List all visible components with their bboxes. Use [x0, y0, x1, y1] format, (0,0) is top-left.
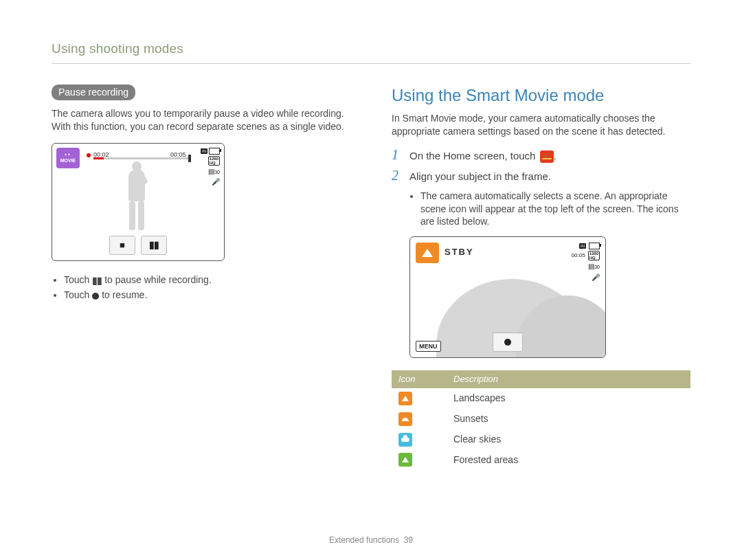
storage-in-icon: IN	[201, 148, 207, 154]
smart-movie-intro: In Smart Movie mode, your camera automat…	[392, 112, 690, 138]
menu-button[interactable]: MENU	[416, 341, 441, 352]
row-label-sunsets: Sunsets	[447, 408, 690, 429]
row-label-landscapes: Landscapes	[447, 388, 690, 408]
smart-movie-app-icon: ••	[540, 150, 554, 163]
forested-areas-icon	[398, 453, 412, 467]
resolution-icon-2: 1280 HQ	[588, 251, 600, 260]
pause-button[interactable]: ▮▮	[141, 236, 167, 255]
movie-chip-label: MOVIE	[60, 157, 76, 164]
right-column: Using the Smart Movie mode In Smart Movi…	[392, 85, 690, 469]
table-head-description: Description	[447, 370, 690, 388]
battery-icon	[209, 148, 220, 155]
progress-bar	[93, 157, 190, 159]
record-button[interactable]	[493, 333, 523, 352]
memory-card-icon: ▤30	[208, 167, 220, 177]
smart-movie-screen-illustration: STBY IN 00:05 1280 HQ ▤30 🎤	[409, 236, 606, 358]
landscape-scene-icon	[416, 243, 439, 263]
row-label-clear-skies: Clear skies	[447, 429, 690, 450]
left-column: Pause recording The camera allows you to…	[52, 85, 350, 469]
step-2: 2 Align your subject in the frame.	[392, 168, 690, 183]
page-header: Using shooting modes	[52, 41, 690, 56]
row-label-forested: Forested areas	[447, 450, 690, 470]
sunset-icon	[398, 412, 412, 426]
resolution-icon: 1280 HQ	[208, 156, 220, 166]
pause-recording-pill: Pause recording	[52, 85, 135, 100]
table-row: Forested areas	[392, 450, 690, 470]
microphone-icon: 🎤	[212, 177, 220, 187]
steps-list: 1 On the Home screen, touch ••. 2 Align …	[392, 148, 690, 184]
bullet-pause: Touch ▮▮ to pause while recording.	[64, 273, 350, 287]
movie-chip-dots: ••	[65, 152, 71, 157]
step-number-1: 1	[392, 148, 403, 161]
standby-label: STBY	[445, 246, 474, 258]
step2-sub-bullets: The camera automatically selects a scene…	[392, 190, 690, 229]
clear-skies-icon	[398, 433, 412, 447]
recording-screen-illustration: •• MOVIE 00:02 00:05 IN 1280 HQ ▤30	[52, 143, 225, 261]
pause-icon: ▮▮	[92, 274, 102, 287]
header-rule	[52, 63, 690, 64]
page-footer: Extended functions 39	[0, 535, 742, 545]
content-columns: Pause recording The camera allows you to…	[52, 85, 690, 469]
movie-mode-chip: •• MOVIE	[56, 148, 80, 168]
step-1: 1 On the Home screen, touch ••.	[392, 148, 690, 163]
progress-fill	[93, 157, 104, 159]
table-row: Landscapes	[392, 388, 690, 408]
status-icons-column: IN 1280 HQ ▤30 🎤	[201, 148, 220, 187]
subject-silhouette	[120, 161, 154, 237]
table-row: Sunsets	[392, 408, 690, 429]
record-icon	[92, 293, 99, 300]
bullet-resume: Touch to resume.	[64, 289, 350, 302]
progress-end-tick	[188, 155, 191, 162]
standby-time: 00:05	[572, 252, 585, 260]
stop-button[interactable]: ■	[109, 236, 135, 255]
table-head-icon: Icon	[392, 370, 447, 388]
step-number-2: 2	[392, 168, 403, 182]
storage-in-icon-2: IN	[579, 243, 586, 249]
control-buttons-row: ■ ▮▮	[109, 236, 167, 255]
table-row: Clear skies	[392, 429, 690, 450]
record-indicator-icon	[87, 153, 91, 157]
battery-icon-2	[589, 243, 600, 249]
scene-detection-note: The camera automatically selects a scene…	[420, 190, 690, 229]
pause-instructions-list: Touch ▮▮ to pause while recording. Touch…	[52, 273, 350, 302]
smart-movie-title: Using the Smart Movie mode	[392, 85, 690, 107]
scene-icon-table: Icon Description Landscapes Sunsets Clea…	[392, 370, 690, 469]
landscape-icon	[398, 392, 412, 405]
pause-recording-description: The camera allows you to temporarily pau…	[52, 107, 350, 133]
